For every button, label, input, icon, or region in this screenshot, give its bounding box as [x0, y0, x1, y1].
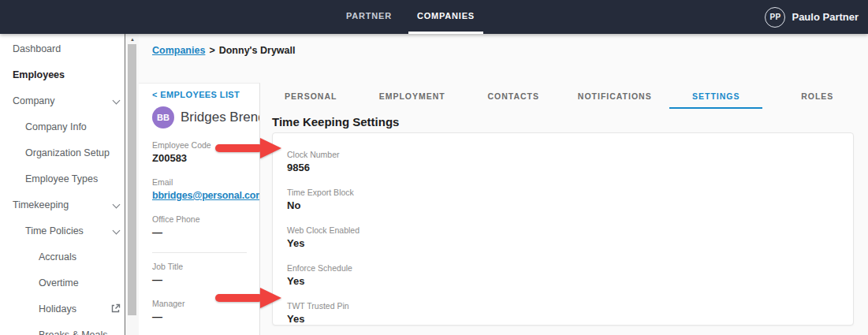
field-label: Clock Number [287, 149, 853, 160]
field-value: Yes [287, 312, 853, 326]
sidebar-item-label: Dashboard [13, 43, 61, 54]
sidebar-item-label: Company Info [25, 121, 87, 132]
breadcrumb-companies-link[interactable]: Companies [152, 45, 205, 56]
chevron-down-icon [114, 98, 120, 104]
scrollbar-up-arrow-icon[interactable]: ▲ [125, 35, 140, 43]
annotation-arrow-twt-trusted-pin [215, 288, 281, 308]
email-field: Email bbridges@personal.com [152, 177, 259, 203]
field-value: Yes [287, 236, 853, 251]
sidebar-item-label: Holidays [39, 303, 76, 315]
sidebar-item-overtime[interactable]: Overtime [0, 270, 125, 296]
sidebar-scrollbar[interactable]: ▲ [125, 34, 139, 335]
tab-employment[interactable]: EMPLOYMENT [362, 83, 464, 109]
top-nav-tabs: PARTNER COMPANIES [337, 0, 483, 34]
sidebar-item-company-info[interactable]: Company Info [0, 114, 125, 140]
sidebar-item-label: Accruals [39, 251, 76, 262]
tab-personal[interactable]: PERSONAL [260, 83, 362, 109]
sidebar-item-dashboard[interactable]: Dashboard [0, 35, 125, 61]
web-clock-enabled-field: Web Clock Enabled Yes [287, 225, 853, 251]
field-value: 9856 [287, 161, 853, 175]
field-label: TWT Trusted Pin [287, 300, 853, 311]
field-label: Web Clock Enabled [287, 225, 853, 236]
enforce-schedule-field: Enforce Schedule Yes [287, 262, 853, 288]
sidebar-item-label: Company [13, 95, 55, 106]
field-value: — [152, 273, 259, 287]
tab-partner[interactable]: PARTNER [337, 0, 400, 34]
field-value: — [152, 310, 259, 324]
user-menu[interactable]: PP Paulo Partner [765, 0, 859, 34]
sidebar-item-label: Time Policies [25, 225, 84, 236]
breadcrumb-separator: > [209, 45, 214, 56]
sidebar-item-company[interactable]: Company [0, 87, 125, 114]
employees-list-back-link[interactable]: < EMPLOYEES LIST [152, 90, 259, 99]
arrow-body [215, 294, 263, 302]
sidebar-item-label: Timekeeping [13, 199, 69, 210]
field-value: — [152, 225, 259, 240]
chevron-down-icon [114, 202, 120, 208]
settings-card: Clock Number 9856 Time Export Block No W… [272, 132, 854, 326]
arrow-head-icon [260, 138, 281, 158]
sidebar-item-label: Organization Setup [25, 147, 110, 158]
office-phone-field: Office Phone — [152, 214, 259, 240]
time-export-block-field: Time Export Block No [287, 187, 853, 213]
sidebar-item-label: Employee Types [25, 173, 98, 184]
tab-contacts[interactable]: CONTACTS [463, 83, 564, 109]
panel-divider [152, 252, 247, 253]
sidebar-item-label: Employees [13, 69, 65, 80]
breadcrumb-current: Donny's Drywall [219, 45, 296, 56]
arrow-head-icon [260, 288, 281, 308]
chevron-down-icon [114, 228, 120, 234]
tab-settings[interactable]: SETTINGS [665, 83, 767, 109]
clock-number-field: Clock Number 9856 [287, 149, 853, 175]
field-label: Time Export Block [287, 187, 853, 198]
employee-profile: BB Bridges Brenda [152, 106, 259, 128]
sidebar-item-employees[interactable]: Employees [0, 61, 125, 87]
employee-avatar: BB [152, 106, 174, 128]
sidebar-item-breaks-meals[interactable]: Breaks & Meals [0, 322, 125, 335]
arrow-body [215, 144, 263, 152]
field-label: Office Phone [152, 214, 259, 225]
user-name: Paulo Partner [792, 11, 859, 23]
sidebar-item-employee-types[interactable]: Employee Types [0, 166, 125, 192]
main-content: Companies>Donny's Drywall < EMPLOYEES LI… [139, 34, 868, 335]
field-label: Enforce Schedule [287, 262, 853, 274]
open-in-new-icon[interactable] [110, 303, 121, 315]
field-value: Yes [287, 274, 853, 288]
tab-notifications[interactable]: NOTIFICATIONS [564, 83, 666, 109]
breadcrumb: Companies>Donny's Drywall [152, 45, 295, 56]
employee-name: Bridges Brenda [181, 110, 260, 125]
sidebar-item-timekeeping[interactable]: Timekeeping [0, 192, 125, 218]
tab-companies[interactable]: COMPANIES [408, 0, 483, 34]
sidebar-item-label: Breaks & Meals [39, 329, 108, 335]
sidebar-item-holidays[interactable]: Holidays [0, 296, 125, 322]
tab-roles[interactable]: ROLES [767, 83, 868, 109]
user-avatar[interactable]: PP [765, 7, 785, 28]
field-label: Job Title [152, 261, 259, 272]
sidebar-nav: Dashboard Employees Company Company Info… [0, 34, 125, 335]
sidebar-item-time-policies[interactable]: Time Policies [0, 218, 125, 244]
sidebar-item-accruals[interactable]: Accruals [0, 244, 125, 270]
twt-trusted-pin-field: TWT Trusted Pin Yes [287, 300, 853, 326]
app-screen: PARTNER COMPANIES PP Paulo Partner Dashb… [0, 0, 868, 335]
scrollbar-thumb[interactable] [128, 44, 136, 315]
field-value: No [287, 199, 853, 213]
job-title-field: Job Title — [152, 261, 259, 287]
top-nav-bar: PARTNER COMPANIES PP Paulo Partner [0, 0, 868, 34]
settings-section-title: Time Keeping Settings [272, 115, 399, 128]
sidebar-item-organization-setup[interactable]: Organization Setup [0, 140, 125, 166]
sidebar-item-label: Overtime [39, 277, 79, 288]
field-label: Email [152, 177, 259, 188]
employee-tabs: PERSONAL EMPLOYMENT CONTACTS NOTIFICATIO… [260, 83, 868, 109]
email-link[interactable]: bbridges@personal.com [152, 188, 259, 203]
annotation-arrow-clock-number [215, 138, 281, 158]
